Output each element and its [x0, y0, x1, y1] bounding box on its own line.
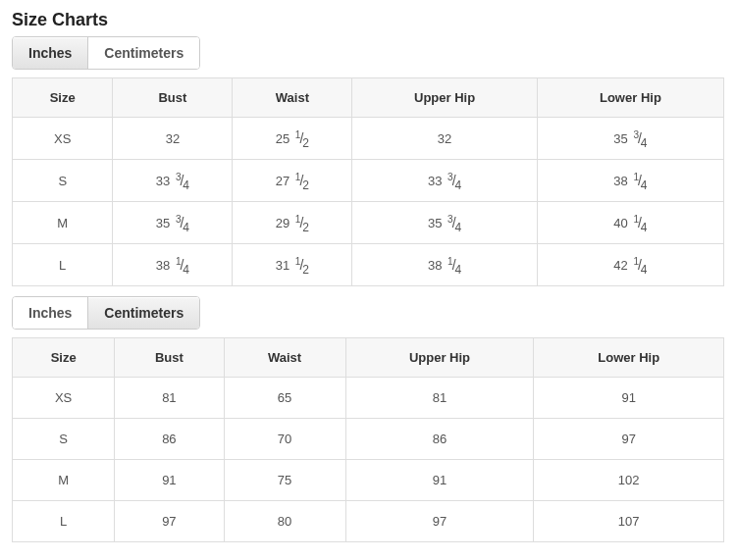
cell-lower-hip: 42 1/4	[537, 244, 723, 286]
cell-size: L	[13, 244, 113, 286]
col-size: Size	[13, 338, 115, 378]
cell-size: M	[13, 202, 113, 244]
table-row: S86708697	[13, 419, 724, 460]
col-lower-hip: Lower Hip	[534, 338, 724, 378]
table-row: L978097107	[13, 501, 724, 542]
table-header-row: Size Bust Waist Upper Hip Lower Hip	[13, 78, 724, 118]
size-table-centimeters: Size Bust Waist Upper Hip Lower Hip XS81…	[12, 337, 724, 542]
tab-inches[interactable]: Inches	[13, 297, 88, 329]
page-title: Size Charts	[12, 10, 724, 30]
table-row: M917591102	[13, 460, 724, 501]
cell-waist: 31 1/2	[233, 244, 352, 286]
cell-upper-hip: 81	[345, 378, 534, 419]
cell-upper-hip: 86	[345, 419, 534, 460]
cell-upper-hip: 97	[345, 501, 534, 542]
col-bust: Bust	[113, 78, 233, 118]
tab-inches[interactable]: Inches	[13, 37, 88, 69]
cell-upper-hip: 91	[345, 460, 534, 501]
cell-waist: 29 1/2	[233, 202, 352, 244]
cell-size: XS	[13, 118, 113, 160]
cell-bust: 97	[115, 501, 224, 542]
cell-size: M	[13, 460, 115, 501]
cell-bust: 32	[113, 118, 233, 160]
col-bust: Bust	[115, 338, 224, 378]
cell-size: XS	[13, 378, 115, 419]
cell-lower-hip: 97	[534, 419, 724, 460]
cell-lower-hip: 102	[534, 460, 724, 501]
cell-upper-hip: 35 3/4	[352, 202, 537, 244]
cell-waist: 75	[224, 460, 345, 501]
cell-size: S	[13, 160, 113, 202]
unit-tabs-inches-group: Inches Centimeters	[12, 36, 200, 70]
cell-upper-hip: 33 3/4	[352, 160, 537, 202]
cell-lower-hip: 91	[534, 378, 724, 419]
table-header-row: Size Bust Waist Upper Hip Lower Hip	[13, 338, 724, 378]
cell-lower-hip: 38 1/4	[537, 160, 723, 202]
table-row: XS81658191	[13, 378, 724, 419]
cell-waist: 25 1/2	[233, 118, 352, 160]
cell-lower-hip: 40 1/4	[537, 202, 723, 244]
col-upper-hip: Upper Hip	[345, 338, 534, 378]
cell-size: S	[13, 419, 115, 460]
cell-upper-hip: 32	[352, 118, 537, 160]
cell-bust: 86	[115, 419, 224, 460]
cell-bust: 33 3/4	[113, 160, 233, 202]
unit-tabs-cm-group: Inches Centimeters	[12, 296, 200, 330]
cell-waist: 80	[224, 501, 345, 542]
tab-centimeters[interactable]: Centimeters	[88, 297, 199, 329]
cell-lower-hip: 107	[534, 501, 724, 542]
tab-centimeters[interactable]: Centimeters	[88, 37, 199, 69]
size-table-inches: Size Bust Waist Upper Hip Lower Hip XS32…	[12, 77, 724, 286]
cell-bust: 91	[115, 460, 224, 501]
col-waist: Waist	[224, 338, 345, 378]
table-row: S33 3/427 1/233 3/438 1/4	[13, 160, 724, 202]
cell-waist: 27 1/2	[233, 160, 352, 202]
col-waist: Waist	[233, 78, 352, 118]
cell-waist: 65	[224, 378, 345, 419]
cell-bust: 38 1/4	[113, 244, 233, 286]
cell-upper-hip: 38 1/4	[352, 244, 537, 286]
table-row: M35 3/429 1/235 3/440 1/4	[13, 202, 724, 244]
col-lower-hip: Lower Hip	[537, 78, 723, 118]
table-row: XS3225 1/23235 3/4	[13, 118, 724, 160]
col-upper-hip: Upper Hip	[352, 78, 537, 118]
cell-size: L	[13, 501, 115, 542]
cell-waist: 70	[224, 419, 345, 460]
cell-bust: 81	[115, 378, 224, 419]
cell-bust: 35 3/4	[113, 202, 233, 244]
cell-lower-hip: 35 3/4	[537, 118, 723, 160]
col-size: Size	[13, 78, 113, 118]
table-row: L38 1/431 1/238 1/442 1/4	[13, 244, 724, 286]
